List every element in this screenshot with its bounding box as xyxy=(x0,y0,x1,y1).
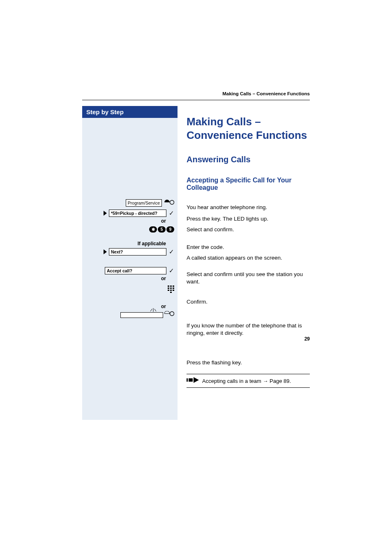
running-header: Making Calls – Convenience Functions xyxy=(222,91,310,96)
svg-rect-4 xyxy=(168,288,169,289)
triangle-right-icon xyxy=(104,249,107,254)
page-number: 29 xyxy=(304,336,310,342)
sidebar-title: Step by Step xyxy=(82,106,178,118)
or-label-1: or xyxy=(85,218,166,224)
accept-call-label: Accept call? xyxy=(105,267,166,274)
svg-rect-8 xyxy=(170,290,172,291)
step-text-2: Press the key. The LED lights up. xyxy=(187,215,310,223)
step-text-1: You hear another telephone ring. xyxy=(187,204,310,211)
svg-rect-10 xyxy=(170,292,172,293)
svg-rect-15 xyxy=(187,378,188,382)
check-icon: ✓ xyxy=(169,267,174,274)
step-text-7: Confirm. xyxy=(187,298,310,306)
cross-reference: Accepting calls in a team → Page 89. xyxy=(187,374,310,388)
step-text-8: If you know the number of the telephone … xyxy=(187,322,310,337)
key-9: 9 xyxy=(166,226,174,233)
svg-line-14 xyxy=(154,309,156,311)
arrow-right-icon: → xyxy=(263,378,268,384)
crossref-icon xyxy=(187,377,199,385)
sidebar-next: Next? ✓ xyxy=(85,248,174,256)
sidebar-accept-call: Accept call? ✓ xyxy=(85,267,174,274)
check-icon: ✓ xyxy=(169,210,174,217)
half-circle-key-icon xyxy=(164,311,174,318)
crossref-suffix: Page 89. xyxy=(268,378,291,384)
half-circle-key-icon xyxy=(164,199,174,207)
crossref-prefix: Accepting calls in a team xyxy=(202,378,263,384)
crossref-text: Accepting calls in a team → Page 89. xyxy=(202,378,291,384)
sidebar-code-keys: ✱ 5 9 xyxy=(85,226,174,233)
step-text-4: Enter the code. xyxy=(187,244,310,251)
keypad-icon xyxy=(168,286,174,293)
svg-rect-5 xyxy=(170,288,172,289)
or-label-2: or xyxy=(85,276,166,281)
step-text-9: Press the flashing key. xyxy=(187,359,310,366)
svg-rect-16 xyxy=(189,378,193,382)
svg-rect-2 xyxy=(170,286,172,287)
subsection-heading: Accepting a Specific Call for Your Colle… xyxy=(187,177,310,191)
next-label: Next? xyxy=(109,248,166,256)
svg-line-12 xyxy=(150,309,152,311)
svg-rect-1 xyxy=(168,286,169,287)
program-service-label: Program/Service xyxy=(126,199,162,207)
check-icon: ✓ xyxy=(169,248,174,256)
triangle-right-icon xyxy=(104,211,107,216)
svg-marker-17 xyxy=(194,377,199,383)
key-5: 5 xyxy=(158,226,166,233)
pickup-directed-label: *59=Pickup - directed? xyxy=(109,210,166,217)
section-heading: Answering Calls xyxy=(187,155,310,164)
svg-rect-3 xyxy=(173,286,174,287)
step-by-step-sidebar: Step by Step Program/Service xyxy=(82,106,178,420)
step-text-5: A called station appears on the screen. xyxy=(187,254,310,262)
spark-icon xyxy=(150,306,157,314)
step-text-3: Select and confirm. xyxy=(187,226,310,233)
sidebar-program-service: Program/Service xyxy=(85,199,174,207)
svg-point-11 xyxy=(170,312,174,316)
svg-rect-6 xyxy=(173,288,174,289)
page-title: Making Calls – Convenience Functions xyxy=(187,115,310,142)
key-pills: ✱ 5 9 xyxy=(148,226,174,233)
main-content: Making Calls – Convenience Functions Ans… xyxy=(178,106,310,420)
key-star: ✱ xyxy=(149,226,157,233)
svg-point-0 xyxy=(170,200,174,205)
sidebar-pickup-directed: *59=Pickup - directed? ✓ xyxy=(85,210,174,217)
sidebar-flashing-key xyxy=(85,311,174,318)
svg-rect-7 xyxy=(168,290,169,291)
svg-rect-9 xyxy=(173,290,174,291)
sidebar-keypad xyxy=(85,286,174,293)
header-rule xyxy=(82,100,310,100)
step-text-6: Select and confirm until you see the sta… xyxy=(187,271,310,286)
if-applicable-label: If applicable xyxy=(85,241,166,246)
